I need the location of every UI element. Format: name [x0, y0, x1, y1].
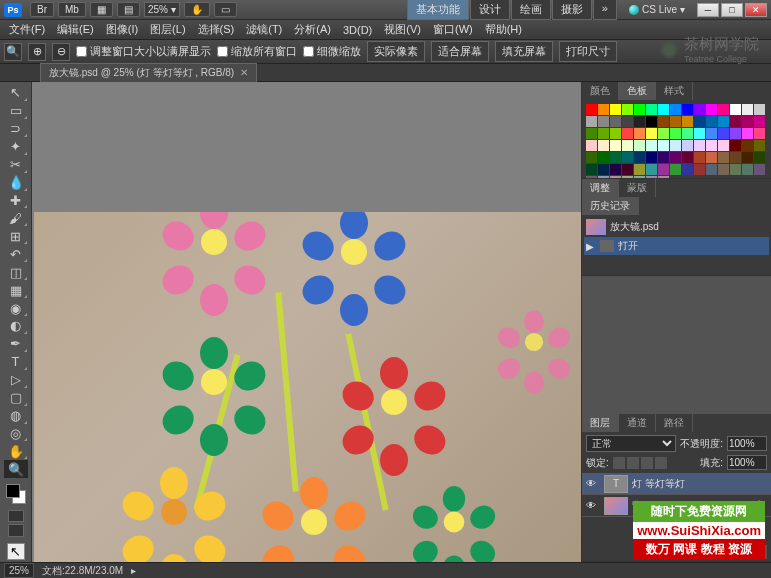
swatch[interactable] — [670, 164, 681, 175]
history-brush-tool[interactable]: ↶ — [4, 245, 28, 263]
swatch[interactable] — [682, 104, 693, 115]
swatch[interactable] — [646, 152, 657, 163]
tab-swatches[interactable]: 色板 — [619, 82, 656, 100]
menu-filter[interactable]: 滤镜(T) — [241, 20, 287, 39]
visibility-icon[interactable]: 👁 — [582, 478, 600, 489]
swatch[interactable] — [622, 116, 633, 127]
swatch[interactable] — [754, 140, 765, 151]
swatch[interactable] — [742, 164, 753, 175]
menu-3d[interactable]: 3D(D) — [338, 22, 377, 38]
workspace-tab-painting[interactable]: 绘画 — [511, 0, 551, 20]
swatch[interactable] — [658, 152, 669, 163]
swatch[interactable] — [622, 164, 633, 175]
swatch[interactable] — [622, 152, 633, 163]
blend-mode-select[interactable]: 正常 — [586, 435, 676, 452]
stamp-tool[interactable]: ⊞ — [4, 227, 28, 245]
swatch[interactable] — [694, 104, 705, 115]
actual-pixels-button[interactable]: 实际像素 — [367, 41, 425, 62]
menu-file[interactable]: 文件(F) — [4, 20, 50, 39]
swatch[interactable] — [634, 128, 645, 139]
swatch[interactable] — [706, 152, 717, 163]
swatch[interactable] — [586, 152, 597, 163]
tab-color[interactable]: 颜色 — [582, 82, 619, 100]
zoom-select[interactable]: 25% ▾ — [144, 2, 180, 17]
swatch[interactable] — [718, 116, 729, 127]
swatch[interactable] — [598, 128, 609, 139]
swatch[interactable] — [754, 152, 765, 163]
zoom-tool[interactable]: 🔍 — [4, 460, 28, 478]
marquee-tool[interactable]: ▭ — [4, 102, 28, 120]
swatch[interactable] — [586, 176, 597, 178]
color-picker[interactable] — [4, 482, 28, 505]
menu-layer[interactable]: 图层(L) — [145, 20, 190, 39]
swatch[interactable] — [730, 152, 741, 163]
swatch[interactable] — [586, 128, 597, 139]
document-tab[interactable]: 放大镜.psd @ 25% (灯 等灯等灯 , RGB/8) ✕ — [40, 63, 257, 83]
swatch[interactable] — [646, 164, 657, 175]
status-zoom[interactable]: 25% — [4, 563, 34, 578]
minimize-button[interactable]: ─ — [697, 3, 719, 17]
swatch[interactable] — [706, 104, 717, 115]
heal-tool[interactable]: ✚ — [4, 192, 28, 210]
fill-input[interactable] — [727, 455, 767, 470]
path-tool[interactable]: ▷ — [4, 371, 28, 389]
swatch[interactable] — [682, 152, 693, 163]
swatch[interactable] — [694, 140, 705, 151]
maximize-button[interactable]: □ — [721, 3, 743, 17]
fill-screen-button[interactable]: 填充屏幕 — [495, 41, 553, 62]
swatch[interactable] — [718, 164, 729, 175]
swatch[interactable] — [694, 128, 705, 139]
tab-styles[interactable]: 样式 — [656, 82, 693, 100]
cs-live[interactable]: CS Live ▾ — [623, 2, 691, 17]
swatch[interactable] — [742, 104, 753, 115]
swatch[interactable] — [730, 164, 741, 175]
swatch[interactable] — [742, 116, 753, 127]
tab-layers[interactable]: 图层 — [582, 414, 619, 432]
workspace-tab-essentials[interactable]: 基本功能 — [407, 0, 469, 20]
swatch[interactable] — [634, 140, 645, 151]
swatch[interactable] — [634, 164, 645, 175]
crop-tool[interactable]: ✂ — [4, 156, 28, 174]
eyedropper-tool[interactable]: 💧 — [4, 174, 28, 192]
swatch[interactable] — [634, 116, 645, 127]
swatch[interactable] — [634, 176, 645, 178]
swatch[interactable] — [610, 164, 621, 175]
lock-pixels-icon[interactable] — [627, 457, 639, 469]
swatch[interactable] — [742, 128, 753, 139]
hand-tool[interactable]: ✋ — [4, 442, 28, 460]
swatch[interactable] — [634, 104, 645, 115]
swatch[interactable] — [670, 116, 681, 127]
swatch[interactable] — [730, 116, 741, 127]
print-size-button[interactable]: 打印尺寸 — [559, 41, 617, 62]
gradient-tool[interactable]: ▦ — [4, 281, 28, 299]
3d-tool[interactable]: ◍ — [4, 407, 28, 425]
workspace-tab-design[interactable]: 设计 — [470, 0, 510, 20]
quickmask-toggle[interactable] — [8, 510, 24, 523]
swatch[interactable] — [694, 152, 705, 163]
history-snapshot[interactable]: 放大镜.psd — [584, 217, 769, 237]
swatch[interactable] — [646, 116, 657, 127]
swatch[interactable] — [622, 176, 633, 178]
3d-camera-tool[interactable]: ◎ — [4, 425, 28, 443]
swatch[interactable] — [706, 164, 717, 175]
swatch[interactable] — [586, 104, 597, 115]
swatch[interactable] — [598, 140, 609, 151]
swatch[interactable] — [730, 140, 741, 151]
document-close-icon[interactable]: ✕ — [240, 67, 248, 78]
brush-tool[interactable]: 🖌 — [4, 209, 28, 227]
swatch[interactable] — [634, 152, 645, 163]
opacity-input[interactable] — [727, 436, 767, 451]
swatch[interactable] — [610, 152, 621, 163]
swatch[interactable] — [598, 176, 609, 178]
tab-adjustments[interactable]: 调整 — [582, 179, 619, 197]
swatch[interactable] — [730, 104, 741, 115]
swatch[interactable] — [682, 128, 693, 139]
blur-tool[interactable]: ◉ — [4, 299, 28, 317]
workspace-more[interactable]: » — [593, 0, 617, 20]
swatch[interactable] — [682, 116, 693, 127]
type-tool[interactable]: T — [4, 353, 28, 371]
swatch[interactable] — [610, 176, 621, 178]
swatch[interactable] — [718, 140, 729, 151]
layer-text[interactable]: 👁 T 灯 等灯等灯 — [582, 473, 771, 495]
tab-paths[interactable]: 路径 — [656, 414, 693, 432]
